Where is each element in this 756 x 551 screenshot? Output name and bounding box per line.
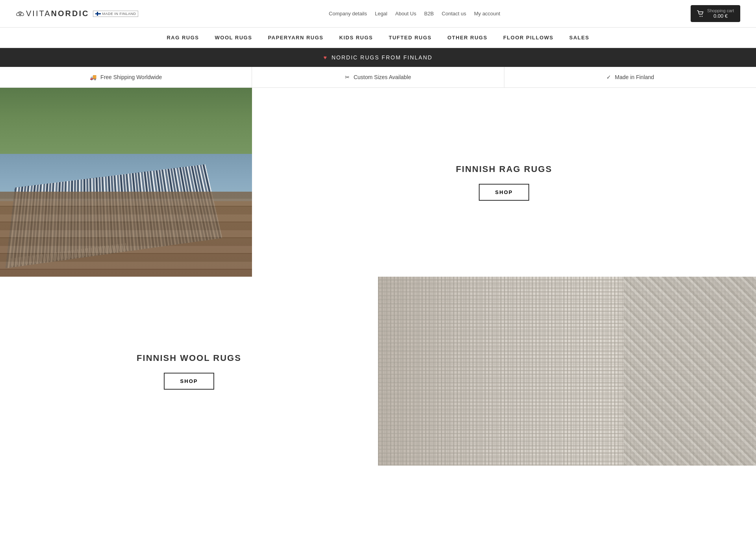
- feature-shipping-text: Free Shipping Worldwide: [100, 74, 162, 80]
- main-navigation: RAG RUGS WOOL RUGS PAPERYARN RUGS KIDS R…: [0, 28, 756, 48]
- feature-shipping: 🚚 Free Shipping Worldwide: [0, 67, 252, 87]
- forest-background: [0, 88, 252, 163]
- paperyarn-scene: [378, 277, 756, 466]
- logo[interactable]: VIITANORDIC MADE IN FINLAND: [16, 9, 138, 18]
- legal-link[interactable]: Legal: [375, 11, 387, 17]
- about-us-link[interactable]: About Us: [395, 11, 416, 17]
- feature-made-in-finland: ✓ Made in Finland: [504, 67, 756, 87]
- svg-rect-5: [97, 12, 98, 16]
- contact-us-link[interactable]: Contact us: [442, 11, 466, 17]
- cart-label: Shopping cart: [707, 8, 734, 13]
- nav-wool-rugs[interactable]: WOOL RUGS: [215, 35, 252, 41]
- nav-other-rugs[interactable]: OTHER RUGS: [447, 35, 487, 41]
- truck-icon: 🚚: [90, 74, 96, 80]
- nav-sales[interactable]: SALES: [569, 35, 589, 41]
- nav-floor-pillows[interactable]: FLOOR PILLOWS: [503, 35, 554, 41]
- logo-leaf-icon: [16, 9, 24, 18]
- nav-kids-rugs[interactable]: KIDS RUGS: [339, 35, 373, 41]
- nav-rag-rugs[interactable]: RAG RUGS: [167, 35, 199, 41]
- svg-point-6: [700, 16, 700, 17]
- nav-tufted-rugs[interactable]: TUFTED RUGS: [389, 35, 432, 41]
- feature-finland-text: Made in Finland: [615, 74, 654, 80]
- my-account-link[interactable]: My account: [474, 11, 500, 17]
- rag-rugs-shop-button[interactable]: SHOP: [479, 184, 530, 201]
- finland-badge: MADE IN FINLAND: [93, 11, 138, 17]
- feature-custom-sizes: ✂ Custom Sizes Available: [252, 67, 504, 87]
- b2b-link[interactable]: B2B: [424, 11, 434, 17]
- scissors-icon: ✂: [345, 74, 350, 80]
- nav-paperyarn-rugs[interactable]: PAPERYARN RUGS: [268, 35, 323, 41]
- company-details-link[interactable]: Company details: [329, 11, 367, 17]
- decorative-pattern-right: [624, 277, 756, 466]
- rag-rugs-section: FINNISH RAG RUGS SHOP: [0, 88, 756, 277]
- rag-rug-image: [0, 88, 252, 277]
- wool-rugs-content: FINNISH WOOL RUGS SHOP: [0, 277, 378, 466]
- feature-strip: 🚚 Free Shipping Worldwide ✂ Custom Sizes…: [0, 67, 756, 88]
- cart-amount: 0.00 €: [713, 13, 728, 19]
- rag-rugs-title: FINNISH RAG RUGS: [456, 164, 552, 174]
- top-bar: VIITANORDIC MADE IN FINLAND Company deta…: [0, 0, 756, 28]
- feature-custom-sizes-text: Custom Sizes Available: [354, 74, 411, 80]
- svg-point-7: [702, 16, 702, 17]
- top-nav-links: Company details Legal About Us B2B Conta…: [329, 11, 500, 17]
- wool-rugs-title: FINNISH WOOL RUGS: [137, 353, 241, 363]
- brand-name: VIITANORDIC: [26, 9, 89, 18]
- wool-rug-image: [378, 277, 756, 466]
- rag-rugs-content: FINNISH RAG RUGS SHOP: [252, 88, 756, 277]
- cart-button[interactable]: Shopping cart 0.00 €: [691, 5, 740, 22]
- rag-rug-scene-bg: [0, 88, 252, 277]
- wool-rugs-section: FINNISH WOOL RUGS SHOP: [0, 277, 756, 466]
- wool-rugs-shop-button[interactable]: SHOP: [164, 373, 215, 390]
- banner-text: NORDIC RUGS FROM FINLAND: [332, 54, 432, 61]
- dock-boards: [0, 192, 252, 277]
- check-icon: ✓: [606, 74, 611, 80]
- promo-banner: ♥ NORDIC RUGS FROM FINLAND: [0, 48, 756, 67]
- finland-flag-icon: [95, 12, 101, 16]
- banner-icon: ♥: [324, 54, 328, 61]
- cart-icon: [697, 10, 704, 17]
